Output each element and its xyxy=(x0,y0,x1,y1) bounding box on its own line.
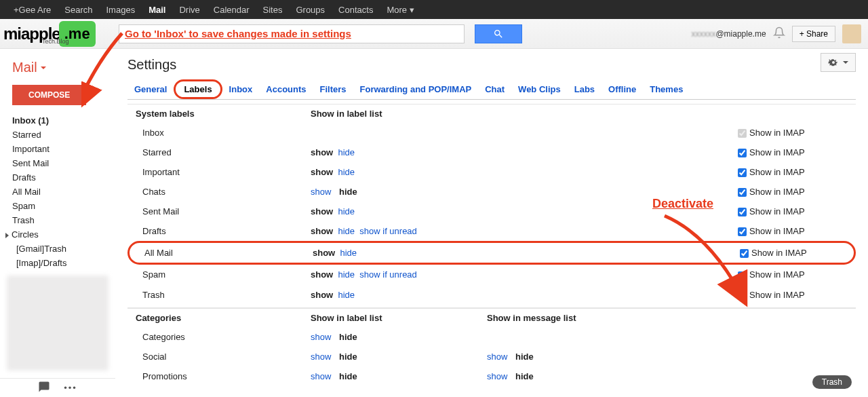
tab-inbox[interactable]: Inbox xyxy=(222,80,260,98)
label-row-trash: Trashshow hideShow in IMAP xyxy=(127,285,856,305)
imap-checkbox-starred[interactable] xyxy=(738,149,747,157)
topnav-calendar[interactable]: Calendar xyxy=(207,5,256,15)
main-content: Settings GeneralLabelsInboxAccountsFilte… xyxy=(115,49,868,397)
imap-checkbox-trash[interactable] xyxy=(738,291,747,300)
tab-labels[interactable]: Labels xyxy=(174,79,222,99)
search-input[interactable]: Go to 'Inbox' to save changes made in se… xyxy=(119,24,465,43)
tab-general[interactable]: General xyxy=(127,80,174,98)
topnav-search[interactable]: Search xyxy=(58,5,99,15)
sidebar-item-sent-mail[interactable]: Sent Mail xyxy=(7,156,108,170)
label-row-important: Importantshow hideShow in IMAP xyxy=(127,162,856,182)
sidebar-item-inbox-1-[interactable]: Inbox (1) xyxy=(7,113,108,128)
settings-tabs: GeneralLabelsInboxAccountsFiltersForward… xyxy=(127,79,856,100)
search-icon xyxy=(493,29,504,39)
topnav-sites[interactable]: Sites xyxy=(256,5,290,15)
sidebar-item--gmail-trash[interactable]: [Gmail]Trash xyxy=(7,242,108,256)
label-row-chats: Chatsshow hideShow in IMAP xyxy=(127,182,856,202)
tab-labs[interactable]: Labs xyxy=(568,80,601,98)
sidebar-item-trash[interactable]: Trash xyxy=(7,213,108,227)
share-button[interactable]: + Share xyxy=(792,26,835,42)
sidebar-item-all-mail[interactable]: All Mail xyxy=(7,185,108,199)
search-button[interactable] xyxy=(475,24,522,43)
settings-gear-button[interactable] xyxy=(821,53,856,72)
annotation-deactivate: Deactivate xyxy=(652,197,713,211)
google-topnav: +Gee AreSearchImagesMailDriveCalendarSit… xyxy=(0,0,868,19)
sidebar-item--imap-drafts[interactable]: [Imap]/Drafts xyxy=(7,256,108,270)
categories-header: Categories Show in label list Show in me… xyxy=(127,308,856,327)
tab-offline[interactable]: Offline xyxy=(601,80,643,98)
sidebar-item-drafts[interactable]: Drafts xyxy=(7,170,108,185)
topnav-images[interactable]: Images xyxy=(100,5,142,15)
category-row-social: Socialshow hideshow hide xyxy=(127,347,856,366)
more-icon[interactable]: ••• xyxy=(64,383,77,393)
tab-chat[interactable]: Chat xyxy=(478,80,511,98)
imap-checkbox-important[interactable] xyxy=(738,168,747,177)
tab-forwarding-and-pop-imap[interactable]: Forwarding and POP/IMAP xyxy=(353,80,479,98)
imap-checkbox-spam[interactable] xyxy=(738,271,747,280)
category-row-promotions: Promotionsshow hideshow hide xyxy=(127,366,856,386)
page-title: Settings xyxy=(127,57,856,73)
label-row-spam: Spamshow hide show if unreadShow in IMAP xyxy=(127,265,856,284)
imap-checkbox-drafts[interactable] xyxy=(738,227,747,236)
notifications-icon[interactable] xyxy=(773,26,785,41)
label-row-starred: Starredshow hideShow in IMAP xyxy=(127,143,856,162)
gear-icon xyxy=(828,57,839,68)
imap-checkbox-chats[interactable] xyxy=(738,188,747,197)
sidebar-item-starred[interactable]: Starred xyxy=(7,128,108,142)
label-row-all-mail: All Mailshow hideShow in IMAP xyxy=(127,241,856,265)
imap-checkbox-sent-mail[interactable] xyxy=(738,208,747,216)
tab-accounts[interactable]: Accounts xyxy=(259,80,313,98)
sidebar-item-circles[interactable]: Circles xyxy=(7,227,108,242)
imap-checkbox-all-mail[interactable] xyxy=(740,249,749,258)
topnav-mail[interactable]: Mail xyxy=(142,5,172,15)
tab-filters[interactable]: Filters xyxy=(313,80,353,98)
logo-subtitle: Tech.Blog xyxy=(42,38,69,45)
sidebar-item-important[interactable]: Important xyxy=(7,142,108,156)
sidebar-blurred-area xyxy=(7,276,108,371)
caret-down-icon xyxy=(41,67,46,69)
label-row-inbox: InboxShow in IMAP xyxy=(127,123,856,143)
topnav--gee-are[interactable]: +Gee Are xyxy=(7,5,58,15)
topnav-groups[interactable]: Groups xyxy=(289,5,332,15)
caret-down-icon xyxy=(843,61,848,64)
app-header: miapple .me Tech.Blog Go to 'Inbox' to s… xyxy=(0,19,868,49)
sidebar-footer: ••• xyxy=(0,378,115,397)
annotation-search-text: Go to 'Inbox' to save changes made in se… xyxy=(125,28,351,39)
label-row-sent-mail: Sent Mailshow hideShow in IMAP xyxy=(127,202,856,221)
hangouts-icon[interactable] xyxy=(38,381,50,395)
label-row-drafts: Draftsshow hide show if unreadShow in IM… xyxy=(127,221,856,241)
mail-dropdown[interactable]: Mail xyxy=(7,56,108,85)
compose-button[interactable]: COMPOSE xyxy=(12,85,86,105)
user-email: xxxxxx@miapple.me xyxy=(691,29,766,39)
tab-themes[interactable]: Themes xyxy=(643,80,690,98)
sidebar-item-spam[interactable]: Spam xyxy=(7,199,108,213)
tab-web-clips[interactable]: Web Clips xyxy=(511,80,568,98)
system-labels-header: System labels Show in label list xyxy=(127,104,856,123)
sidebar: Mail COMPOSE Inbox (1)StarredImportantSe… xyxy=(0,49,115,397)
avatar[interactable] xyxy=(842,24,861,43)
topnav-more[interactable]: More ▾ xyxy=(380,5,420,15)
trash-tooltip: Trash xyxy=(812,375,852,389)
imap-checkbox-inbox[interactable] xyxy=(738,129,747,138)
topnav-contacts[interactable]: Contacts xyxy=(332,5,380,15)
topnav-drive[interactable]: Drive xyxy=(172,5,206,15)
category-row-categories: Categoriesshow hide xyxy=(127,327,856,347)
